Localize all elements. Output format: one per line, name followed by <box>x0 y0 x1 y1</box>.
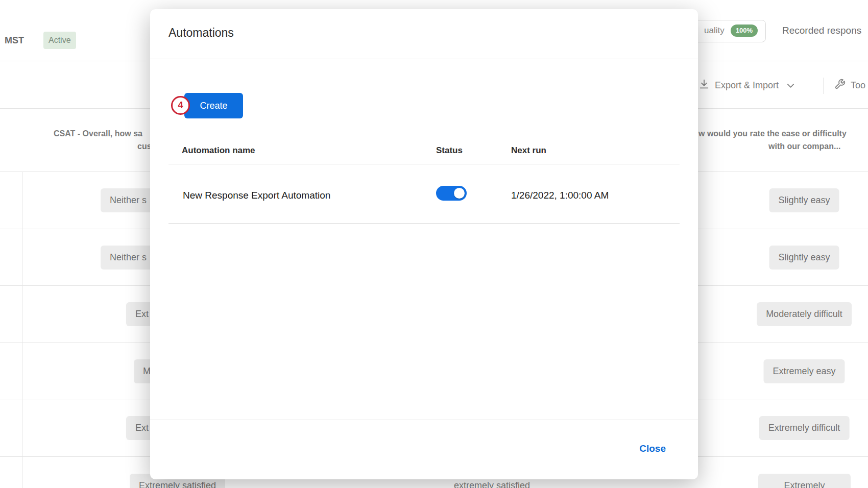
create-button[interactable]: Create <box>184 93 243 118</box>
table-header-divider <box>168 164 680 164</box>
column-header-automation-name: Automation name <box>182 145 255 156</box>
modal-footer-divider <box>150 420 698 420</box>
automation-name-cell: New Response Export Automation <box>183 190 330 201</box>
status-toggle[interactable] <box>436 186 467 201</box>
column-header-next-run: Next run <box>511 145 546 156</box>
modal-title: Automations <box>168 26 234 40</box>
next-run-cell: 1/26/2022, 1:00:00 AM <box>511 190 609 201</box>
automations-modal: Automations Create 4 Automation name Sta… <box>150 9 698 479</box>
table-row-divider <box>168 223 680 224</box>
modal-header-divider <box>150 59 698 59</box>
column-header-status: Status <box>436 145 463 156</box>
step-annotation-4: 4 <box>171 96 190 115</box>
close-button[interactable]: Close <box>639 443 666 454</box>
toggle-knob <box>454 188 465 199</box>
